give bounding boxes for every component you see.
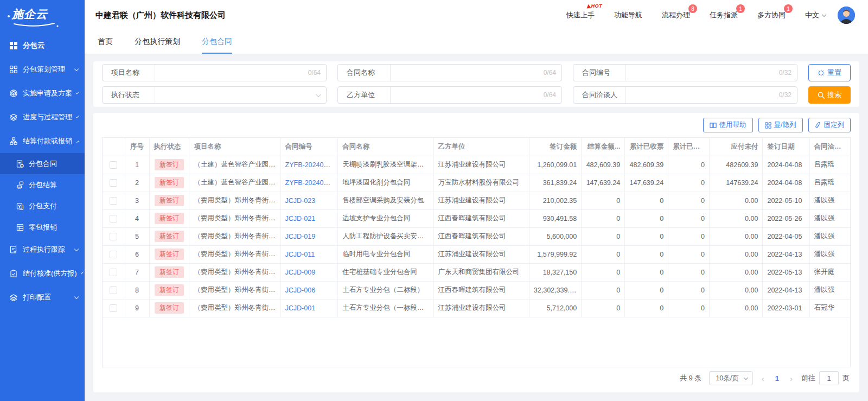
- row-checkbox[interactable]: [110, 161, 117, 169]
- chevron-up-icon: [76, 141, 79, 144]
- cell-project-name: （费用类型）郑州冬青街中学...: [189, 245, 280, 263]
- sidebar-item-settlement-payment[interactable]: 结算付款或报销: [0, 129, 85, 153]
- table-row[interactable]: 5 新签订 （费用类型）郑州冬青街中学... JCJD-019 人防工程防护设备…: [103, 227, 850, 245]
- table-row[interactable]: 1 新签订 （土建）蓝色智谷产业园项目... ZYFB-20240409... …: [103, 156, 850, 174]
- pin-columns-button[interactable]: 固定列: [808, 118, 851, 132]
- filter-exec-status[interactable]: 执行状态: [102, 86, 327, 104]
- contract-no-input[interactable]: [626, 65, 779, 81]
- cell-signed-amount: 5,712,000: [529, 299, 581, 317]
- current-page[interactable]: 1: [773, 374, 781, 383]
- cell-negotiator: 潘以强: [809, 245, 850, 263]
- sidebar-subitem-subcontract-payment[interactable]: 分包支付: [0, 195, 85, 217]
- row-checkbox[interactable]: [110, 233, 117, 240]
- row-checkbox[interactable]: [110, 251, 117, 258]
- language-switcher[interactable]: 中文: [805, 10, 826, 20]
- cell-contract-name: 地坪漆固化剂分包合同: [338, 174, 433, 192]
- sidebar-item-implementation[interactable]: 实施申请及方案: [0, 81, 85, 105]
- cell-signed-amount: 18,327,150: [529, 263, 581, 281]
- sidebar-item-payment-approval[interactable]: 结付核准(供方报): [0, 262, 85, 285]
- page-size-select[interactable]: 10条/页: [709, 371, 752, 385]
- contract-no-link[interactable]: JCJD-009: [285, 269, 316, 276]
- row-checkbox[interactable]: [110, 215, 117, 222]
- cell-paid: 0: [668, 209, 710, 227]
- sidebar-subitem-label: 零包报销: [29, 222, 57, 232]
- nav-multi-collab[interactable]: 多方协同 1: [757, 10, 786, 20]
- next-page-button[interactable]: ›: [789, 374, 794, 383]
- table-row[interactable]: 3 新签订 （费用类型）郑州冬青街中学... JCJD-023 售楼部空调采购及…: [103, 192, 850, 209]
- sidebar-item-planning-mgmt[interactable]: 分包策划管理: [0, 58, 85, 81]
- contract-no-link[interactable]: ZYFB-20240409...: [285, 179, 338, 187]
- project-name-input[interactable]: [155, 65, 308, 81]
- contract-no-link[interactable]: ZYFB-20240409...: [285, 161, 338, 169]
- prev-page-button[interactable]: ‹: [761, 374, 765, 383]
- contract-no-link[interactable]: JCJD-021: [285, 215, 316, 222]
- search-button[interactable]: 搜索: [808, 86, 851, 104]
- tab-subcontract-contract[interactable]: 分包合同: [202, 30, 232, 54]
- table-row[interactable]: 7 新签订 （费用类型）郑州冬青街中学... JCJD-009 住宅桩基础专业分…: [103, 263, 850, 281]
- nav-label: 任务指派: [710, 11, 738, 19]
- table-row[interactable]: 9 新签订 （费用类型）郑州冬青街中学... JCJD-001 土石方专业分包（…: [103, 299, 850, 317]
- sidebar-subitem-subcontract-contract[interactable]: 分包合同: [0, 153, 85, 174]
- table-row[interactable]: 4 新签订 （费用类型）郑州冬青街中学... JCJD-021 边坡支护专业分包…: [103, 209, 850, 227]
- status-badge: 新签订: [155, 266, 184, 277]
- show-hide-columns-button[interactable]: 显/隐列: [758, 118, 803, 132]
- cell-party-b: 江西春晖建筑有限公司: [433, 227, 529, 245]
- table-row[interactable]: 6 新签订 （费用类型）郑州冬青街中学... JCJD-011 临时用电专业分包…: [103, 245, 850, 263]
- sidebar-item-process-tracking[interactable]: 过程执行跟踪: [0, 238, 85, 262]
- cell-unpaid: 0.00: [710, 209, 763, 227]
- cell-sign-date: 2022-04-13: [763, 281, 809, 299]
- row-checkbox[interactable]: [110, 304, 117, 312]
- cell-paid: 0: [668, 263, 710, 281]
- row-checkbox[interactable]: [110, 197, 117, 205]
- table-row[interactable]: 2 新签订 （土建）蓝色智谷产业园项目... ZYFB-20240409... …: [103, 174, 850, 192]
- nav-function-guide[interactable]: 功能导航: [614, 10, 642, 20]
- nav-process-handling[interactable]: 流程办理 8: [662, 10, 690, 20]
- help-button[interactable]: 使用帮助: [703, 118, 753, 132]
- count-badge: 1: [736, 4, 745, 13]
- sidebar-item-progress-mgmt[interactable]: 进度与过程管理: [0, 105, 85, 129]
- cell-negotiator: 张开庭: [809, 263, 850, 281]
- row-checkbox[interactable]: [110, 287, 117, 294]
- nav-quick-start[interactable]: 快速上手 HOT: [566, 10, 595, 20]
- col-unpaid: 应付未付: [710, 138, 763, 156]
- sidebar-item-label: 实施申请及方案: [23, 88, 72, 98]
- contract-name-input[interactable]: [391, 65, 544, 81]
- contract-no-link[interactable]: JCJD-011: [285, 251, 315, 258]
- cell-unpaid: 482609.39: [710, 156, 763, 174]
- chevron-down-icon: [74, 294, 79, 298]
- sidebar-item-subcontract-cloud[interactable]: 分包云: [0, 34, 85, 58]
- tab-subcontract-exec-planning[interactable]: 分包执行策划: [135, 30, 180, 54]
- contract-no-link[interactable]: JCJD-023: [285, 197, 316, 205]
- chevron-down-icon: [744, 375, 748, 380]
- nav-task-assign[interactable]: 任务指派 1: [710, 10, 738, 20]
- cell-unpaid: 147639.24: [710, 174, 763, 192]
- status-badge: 新签订: [155, 249, 184, 259]
- char-counter: 0/64: [308, 69, 326, 77]
- cell-seq: 4: [125, 209, 149, 227]
- contract-no-link[interactable]: JCJD-019: [285, 233, 316, 240]
- tab-home[interactable]: 首页: [98, 30, 113, 54]
- contract-no-link[interactable]: JCJD-006: [285, 287, 316, 294]
- reset-button[interactable]: 重置: [808, 64, 851, 81]
- row-checkbox[interactable]: [110, 179, 117, 187]
- row-checkbox[interactable]: [110, 269, 117, 276]
- cell-seq: 6: [125, 245, 149, 263]
- table-row[interactable]: 8 新签订 （费用类型）郑州冬青街中学... JCJD-006 土石方专业分包（…: [103, 281, 850, 299]
- cell-invoiced: 0: [625, 281, 668, 299]
- col-signed-amount: 签订金额: [529, 138, 581, 156]
- goto-page-input[interactable]: [819, 371, 839, 385]
- table-header-row: 序号 执行状态 项目名称 合同编号 合同名称 乙方单位 签订金额 结算金额...…: [103, 138, 850, 156]
- filter-panel: 项目名称 0/64 合同名称 0/64 合同编号 0/32: [93, 61, 859, 107]
- cell-invoiced: 0: [625, 227, 668, 245]
- contract-no-link[interactable]: JCJD-001: [285, 304, 316, 312]
- table-body: 1 新签订 （土建）蓝色智谷产业园项目... ZYFB-20240409... …: [103, 156, 850, 317]
- reimburse-doc-icon: [16, 224, 24, 231]
- cell-signed-amount: 210,002.35: [529, 192, 581, 209]
- sidebar-subitem-petty-reimburse[interactable]: 零包报销: [0, 217, 85, 238]
- user-avatar[interactable]: [838, 7, 855, 24]
- sidebar-item-print-config[interactable]: 打印配置: [0, 285, 85, 309]
- negotiator-input[interactable]: [626, 87, 779, 103]
- filter-negotiator: 合同洽谈人 0/32: [573, 86, 797, 104]
- sidebar-subitem-subcontract-settlement[interactable]: 分包结算: [0, 174, 85, 195]
- party-b-input[interactable]: [391, 87, 544, 103]
